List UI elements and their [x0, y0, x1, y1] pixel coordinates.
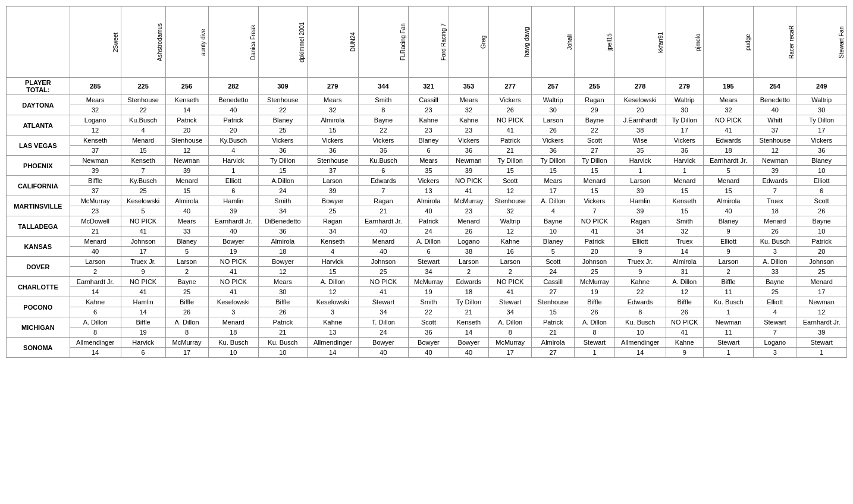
score-row-6: 214133403634402426121041343292610	[7, 226, 847, 237]
pick-9-15: Bayne	[754, 277, 796, 287]
pick-11-13: NO PICK	[666, 317, 703, 327]
pick-11-4: Patrick	[259, 317, 308, 327]
pick-2-7: Blaney	[409, 136, 449, 146]
total-danicafreak: 282	[208, 78, 259, 95]
race-label-8: DOVER	[7, 257, 70, 277]
pick-11-2: A. Dillon	[165, 317, 208, 327]
col-header-dpkimmel2001: dpkimmel 2001	[259, 7, 308, 78]
pick-7-14: Elliott	[703, 237, 754, 247]
col-header-flracingfan: FLRacing Fan	[358, 7, 409, 78]
pick-7-9: Kahne	[489, 237, 532, 247]
score-9-9: 41	[489, 287, 532, 297]
score-11-13: 41	[666, 327, 703, 338]
score-10-0: 6	[70, 307, 121, 317]
pick-8-12: Truex Jr.	[614, 257, 666, 267]
score-2-12: 35	[614, 146, 666, 156]
total-stewartfan: 249	[796, 78, 847, 95]
pick-12-13: Kahne	[666, 338, 703, 348]
col-header-jpell15: jpell15	[575, 7, 615, 78]
score-3-15: 39	[754, 166, 796, 176]
pick-6-0: McDowell	[70, 216, 121, 226]
pick-6-6: Earnhardt Jr.	[358, 216, 409, 226]
score-3-8: 39	[449, 166, 489, 176]
pick-2-10: Vickers	[532, 136, 575, 146]
pick-1-8: Kahne	[449, 115, 489, 125]
pick-8-2: Larson	[165, 257, 208, 267]
pick-5-15: Truex	[754, 196, 796, 206]
pick-3-3: Harvick	[208, 156, 259, 166]
pick-9-4: Mears	[259, 277, 308, 287]
score-12-1: 6	[121, 348, 165, 358]
race-body: DAYTONAMearsStenhouseKensethBenedettoSte…	[7, 95, 847, 358]
pick-7-16: Patrick	[796, 237, 847, 247]
score-2-13: 36	[666, 146, 703, 156]
pick-3-16: Blaney	[796, 156, 847, 166]
score-10-14: 1	[703, 307, 754, 317]
pick-0-14: Mears	[703, 95, 754, 105]
score-8-13: 31	[666, 267, 703, 277]
pick-3-8: Newman	[449, 156, 489, 166]
score-4-11: 15	[575, 186, 615, 196]
race-label-4: CALIFORNIA	[7, 176, 70, 196]
score-6-7: 24	[409, 226, 449, 237]
score-7-11: 20	[575, 247, 615, 257]
score-6-12: 34	[614, 226, 666, 237]
score-8-15: 33	[754, 267, 796, 277]
pick-12-3: Ku. Busch	[208, 338, 259, 348]
score-1-2: 20	[165, 125, 208, 136]
score-6-0: 21	[70, 226, 121, 237]
score-12-14: 1	[703, 348, 754, 358]
score-3-0: 39	[70, 166, 121, 176]
score-4-3: 6	[208, 186, 259, 196]
pick-7-8: Logano	[449, 237, 489, 247]
race-label-7: KANSAS	[7, 237, 70, 257]
score-row-3: 3973911537635391515151153910	[7, 166, 847, 176]
pick-2-3: Ky.Busch	[208, 136, 259, 146]
pick-12-11: Stewart	[575, 338, 615, 348]
pick-1-0: Logano	[70, 115, 121, 125]
score-row-10: 6142632633422213415268261412	[7, 307, 847, 317]
pick-11-16: Earnhardt Jr.	[796, 317, 847, 327]
score-4-5: 39	[307, 186, 358, 196]
score-3-10: 15	[532, 166, 575, 176]
pick-9-0: Earnhardt Jr.	[70, 277, 121, 287]
pick-row-1: ATLANTALoganoKu.BuschPatrickPatrickBlane…	[7, 115, 847, 125]
pick-8-5: Harvick	[307, 257, 358, 267]
pick-12-6: Bowyer	[358, 338, 409, 348]
pick-2-5: Vickers	[307, 136, 358, 146]
score-4-7: 13	[409, 186, 449, 196]
pick-6-16: Bayne	[796, 216, 847, 226]
score-2-6: 36	[358, 146, 409, 156]
pick-1-6: Bayne	[358, 115, 409, 125]
total-dun24: 279	[307, 78, 358, 95]
score-0-5: 32	[307, 105, 358, 115]
pick-0-11: Ragan	[575, 95, 615, 105]
score-8-14: 2	[703, 267, 754, 277]
pick-9-1: NO PICK	[121, 277, 165, 287]
pick-11-11: A. Dillon	[575, 317, 615, 327]
pick-10-11: Biffle	[575, 297, 615, 307]
score-5-10: 4	[532, 206, 575, 216]
score-7-15: 3	[754, 247, 796, 257]
score-5-16: 26	[796, 206, 847, 216]
score-12-7: 40	[409, 348, 449, 358]
score-7-7: 6	[409, 247, 449, 257]
score-0-9: 26	[489, 105, 532, 115]
score-6-13: 32	[666, 226, 703, 237]
pick-3-5: Stenhouse	[307, 156, 358, 166]
pick-0-10: Waltrip	[532, 95, 575, 105]
score-11-2: 8	[165, 327, 208, 338]
pick-8-13: Almirola	[666, 257, 703, 267]
col-header-dun24: DUN24	[307, 7, 358, 78]
score-9-6: 41	[358, 287, 409, 297]
score-11-8: 14	[449, 327, 489, 338]
pick-12-9: McMurray	[489, 338, 532, 348]
pick-1-1: Ku.Busch	[121, 115, 165, 125]
pick-1-7: Kahne	[409, 115, 449, 125]
score-9-0: 14	[70, 287, 121, 297]
score-3-14: 5	[703, 166, 754, 176]
pick-row-6: TALLADEGAMcDowellNO PICKMearsEarnhardt J…	[7, 216, 847, 226]
score-12-4: 10	[259, 348, 308, 358]
score-11-5: 13	[307, 327, 358, 338]
score-6-15: 26	[754, 226, 796, 237]
